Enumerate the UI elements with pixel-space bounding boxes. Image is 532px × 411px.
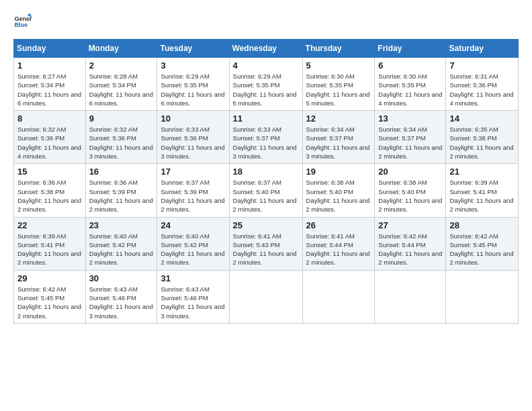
- day-info: Sunrise: 6:35 AMSunset: 5:38 PMDaylight:…: [449, 125, 515, 161]
- calendar-cell: 17Sunrise: 6:37 AMSunset: 5:39 PMDayligh…: [157, 164, 229, 217]
- day-number: 25: [233, 220, 299, 230]
- day-info: Sunrise: 6:32 AMSunset: 5:36 PMDaylight:…: [17, 125, 82, 161]
- calendar-cell: 9Sunrise: 6:32 AMSunset: 5:36 PMDaylight…: [85, 111, 157, 164]
- col-header-wednesday: Wednesday: [229, 40, 302, 58]
- day-number: 30: [89, 273, 154, 283]
- calendar-cell: 26Sunrise: 6:41 AMSunset: 5:44 PMDayligh…: [302, 217, 375, 270]
- page: General Blue SundayMondayTuesdayWednesda…: [0, 0, 532, 411]
- day-number: 5: [306, 60, 371, 71]
- day-number: 3: [161, 60, 225, 71]
- calendar-cell: 22Sunrise: 6:39 AMSunset: 5:41 PMDayligh…: [14, 217, 86, 270]
- calendar-cell: 16Sunrise: 6:36 AMSunset: 5:39 PMDayligh…: [85, 164, 157, 217]
- calendar-cell: 12Sunrise: 6:34 AMSunset: 5:37 PMDayligh…: [302, 111, 375, 164]
- day-number: 28: [449, 220, 515, 230]
- day-number: 8: [17, 113, 82, 124]
- day-info: Sunrise: 6:43 AMSunset: 5:46 PMDaylight:…: [89, 285, 154, 320]
- day-info: Sunrise: 6:42 AMSunset: 5:44 PMDaylight:…: [378, 232, 442, 267]
- day-number: 2: [89, 60, 154, 71]
- calendar-cell: 19Sunrise: 6:38 AMSunset: 5:40 PMDayligh…: [302, 164, 375, 217]
- calendar: SundayMondayTuesdayWednesdayThursdayFrid…: [13, 39, 519, 324]
- svg-text:Blue: Blue: [14, 21, 28, 28]
- calendar-cell: 29Sunrise: 6:42 AMSunset: 5:45 PMDayligh…: [14, 270, 86, 323]
- day-info: Sunrise: 6:34 AMSunset: 5:37 PMDaylight:…: [378, 125, 442, 161]
- calendar-cell: 3Sunrise: 6:29 AMSunset: 5:35 PMDaylight…: [157, 58, 229, 111]
- day-number: 9: [89, 113, 154, 124]
- calendar-cell: [302, 270, 375, 323]
- calendar-cell: 15Sunrise: 6:36 AMSunset: 5:38 PMDayligh…: [14, 164, 86, 217]
- day-info: Sunrise: 6:43 AMSunset: 5:46 PMDaylight:…: [161, 285, 225, 320]
- day-number: 21: [449, 167, 515, 177]
- day-number: 1: [17, 60, 82, 71]
- svg-marker-2: [28, 13, 32, 15]
- col-header-saturday: Saturday: [446, 40, 519, 58]
- col-header-monday: Monday: [85, 40, 157, 58]
- day-info: Sunrise: 6:33 AMSunset: 5:36 PMDaylight:…: [161, 125, 225, 161]
- calendar-cell: 5Sunrise: 6:30 AMSunset: 5:35 PMDaylight…: [302, 58, 375, 111]
- calendar-cell: 4Sunrise: 6:29 AMSunset: 5:35 PMDaylight…: [229, 58, 302, 111]
- day-number: 23: [89, 220, 154, 230]
- day-info: Sunrise: 6:31 AMSunset: 5:36 PMDaylight:…: [449, 72, 515, 107]
- day-number: 12: [306, 113, 371, 124]
- day-info: Sunrise: 6:37 AMSunset: 5:39 PMDaylight:…: [161, 178, 225, 214]
- calendar-cell: 28Sunrise: 6:42 AMSunset: 5:45 PMDayligh…: [446, 217, 519, 270]
- logo: General Blue: [13, 12, 32, 31]
- day-number: 24: [161, 220, 225, 230]
- day-info: Sunrise: 6:41 AMSunset: 5:43 PMDaylight:…: [233, 232, 299, 267]
- day-info: Sunrise: 6:42 AMSunset: 5:45 PMDaylight:…: [17, 285, 82, 320]
- day-number: 14: [449, 113, 515, 124]
- calendar-cell: 1Sunrise: 6:27 AMSunset: 5:34 PMDaylight…: [14, 58, 86, 111]
- calendar-cell: 13Sunrise: 6:34 AMSunset: 5:37 PMDayligh…: [375, 111, 446, 164]
- col-header-friday: Friday: [375, 40, 446, 58]
- calendar-cell: 31Sunrise: 6:43 AMSunset: 5:46 PMDayligh…: [157, 270, 229, 323]
- calendar-cell: 2Sunrise: 6:28 AMSunset: 5:34 PMDaylight…: [85, 58, 157, 111]
- calendar-cell: 25Sunrise: 6:41 AMSunset: 5:43 PMDayligh…: [229, 217, 302, 270]
- day-number: 11: [233, 113, 299, 124]
- day-number: 18: [233, 167, 299, 177]
- day-info: Sunrise: 6:29 AMSunset: 5:35 PMDaylight:…: [233, 72, 299, 107]
- day-info: Sunrise: 6:36 AMSunset: 5:39 PMDaylight:…: [89, 178, 154, 214]
- day-number: 19: [306, 167, 371, 177]
- calendar-cell: [375, 270, 446, 323]
- calendar-cell: 14Sunrise: 6:35 AMSunset: 5:38 PMDayligh…: [446, 111, 519, 164]
- day-info: Sunrise: 6:41 AMSunset: 5:44 PMDaylight:…: [306, 232, 371, 267]
- day-info: Sunrise: 6:39 AMSunset: 5:41 PMDaylight:…: [17, 232, 82, 267]
- day-info: Sunrise: 6:29 AMSunset: 5:35 PMDaylight:…: [161, 72, 225, 107]
- day-number: 31: [161, 273, 225, 283]
- calendar-cell: 11Sunrise: 6:33 AMSunset: 5:37 PMDayligh…: [229, 111, 302, 164]
- day-number: 15: [17, 167, 82, 177]
- calendar-cell: 23Sunrise: 6:40 AMSunset: 5:42 PMDayligh…: [85, 217, 157, 270]
- day-number: 29: [17, 273, 82, 283]
- calendar-cell: 7Sunrise: 6:31 AMSunset: 5:36 PMDaylight…: [446, 58, 519, 111]
- col-header-thursday: Thursday: [302, 40, 375, 58]
- day-number: 26: [306, 220, 371, 230]
- day-info: Sunrise: 6:38 AMSunset: 5:40 PMDaylight:…: [378, 178, 442, 214]
- day-info: Sunrise: 6:42 AMSunset: 5:45 PMDaylight:…: [449, 232, 515, 267]
- day-info: Sunrise: 6:30 AMSunset: 5:35 PMDaylight:…: [378, 72, 442, 107]
- calendar-cell: 6Sunrise: 6:30 AMSunset: 5:35 PMDaylight…: [375, 58, 446, 111]
- col-header-sunday: Sunday: [14, 40, 86, 58]
- calendar-cell: 20Sunrise: 6:38 AMSunset: 5:40 PMDayligh…: [375, 164, 446, 217]
- calendar-cell: 27Sunrise: 6:42 AMSunset: 5:44 PMDayligh…: [375, 217, 446, 270]
- day-info: Sunrise: 6:39 AMSunset: 5:41 PMDaylight:…: [449, 178, 515, 214]
- day-number: 6: [378, 60, 442, 71]
- calendar-cell: 18Sunrise: 6:37 AMSunset: 5:40 PMDayligh…: [229, 164, 302, 217]
- day-number: 4: [233, 60, 299, 71]
- calendar-cell: 8Sunrise: 6:32 AMSunset: 5:36 PMDaylight…: [14, 111, 86, 164]
- day-info: Sunrise: 6:38 AMSunset: 5:40 PMDaylight:…: [306, 178, 371, 214]
- day-info: Sunrise: 6:28 AMSunset: 5:34 PMDaylight:…: [89, 72, 154, 107]
- header: General Blue: [13, 12, 519, 31]
- calendar-cell: [229, 270, 302, 323]
- calendar-cell: 24Sunrise: 6:40 AMSunset: 5:42 PMDayligh…: [157, 217, 229, 270]
- col-header-tuesday: Tuesday: [157, 40, 229, 58]
- day-number: 16: [89, 167, 154, 177]
- day-number: 22: [17, 220, 82, 230]
- day-info: Sunrise: 6:32 AMSunset: 5:36 PMDaylight:…: [89, 125, 154, 161]
- day-number: 13: [378, 113, 442, 124]
- calendar-cell: 10Sunrise: 6:33 AMSunset: 5:36 PMDayligh…: [157, 111, 229, 164]
- day-info: Sunrise: 6:30 AMSunset: 5:35 PMDaylight:…: [306, 72, 371, 107]
- day-info: Sunrise: 6:34 AMSunset: 5:37 PMDaylight:…: [306, 125, 371, 161]
- day-info: Sunrise: 6:33 AMSunset: 5:37 PMDaylight:…: [233, 125, 299, 161]
- calendar-cell: [446, 270, 519, 323]
- calendar-cell: 30Sunrise: 6:43 AMSunset: 5:46 PMDayligh…: [85, 270, 157, 323]
- day-info: Sunrise: 6:40 AMSunset: 5:42 PMDaylight:…: [161, 232, 225, 267]
